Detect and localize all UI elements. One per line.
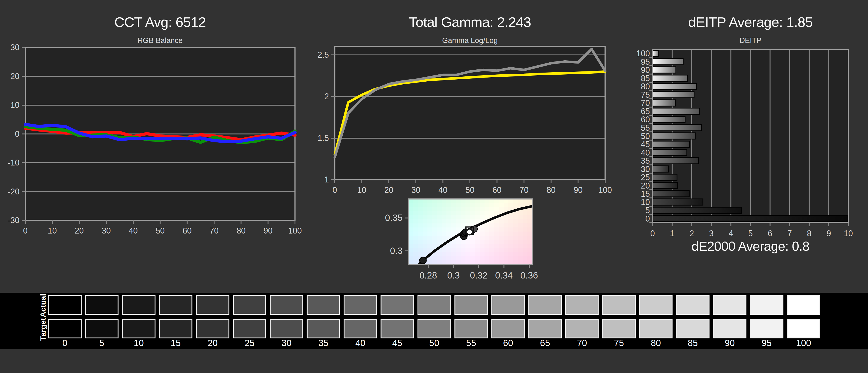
svg-text:40: 40 [641,148,650,157]
target-swatch-5 [86,319,118,338]
svg-text:50: 50 [641,131,650,141]
actual-swatch-15 [159,296,192,314]
target-swatch-0 [49,319,81,338]
target-swatch-75 [602,319,635,338]
grayscale-ramp-strip: 0510152025303540455055606570758085909510… [0,293,868,349]
target-swatch-15 [159,319,192,338]
svg-text:0: 0 [645,214,650,223]
svg-text:2: 2 [324,92,329,101]
deitp-bar-chart: 1009590858075706560555045403530252015105… [636,49,853,238]
reference-white-circle [467,229,472,235]
svg-text:25: 25 [245,338,255,348]
svg-text:35: 35 [641,156,650,165]
measured-white-point-dot [420,257,426,264]
deitp-bar-5 [653,207,741,213]
target-swatch-65 [529,319,561,338]
svg-text:80: 80 [641,82,650,91]
svg-text:0.35: 0.35 [385,213,403,223]
svg-text:0: 0 [650,229,655,238]
svg-text:1: 1 [324,175,329,184]
target-swatch-40 [344,319,377,338]
svg-text:90: 90 [264,226,273,235]
deitp-bar-45 [653,141,689,147]
svg-text:40: 40 [129,226,138,235]
deitp-bar-30 [653,166,668,172]
actual-swatch-75 [602,296,635,314]
target-swatch-85 [677,319,709,338]
calibration-report: 3020100-10-20-3001020304050607080901002.… [0,0,868,373]
gamma-loglog-subtitle: Gamma Log/Log [323,36,617,45]
actual-swatch-90 [713,296,746,314]
deitp-bar-85 [653,75,687,82]
svg-text:0: 0 [333,185,337,195]
deitp-bar-15 [653,191,689,197]
svg-text:20: 20 [10,72,20,81]
svg-text:90: 90 [725,338,735,348]
deitp-bar-70 [653,100,675,106]
actual-swatch-30 [270,296,303,314]
svg-text:5: 5 [748,229,753,238]
deitp-bar-10 [653,199,703,205]
deitp-bar-90 [653,67,676,73]
target-swatch-30 [270,319,303,338]
svg-text:20: 20 [208,338,218,348]
svg-text:50: 50 [465,185,474,195]
actual-swatch-50 [418,296,451,314]
actual-swatch-65 [529,296,561,314]
svg-text:25: 25 [641,173,650,182]
svg-text:55: 55 [641,123,650,132]
svg-text:35: 35 [318,338,329,348]
deitp-bar-0 [653,215,848,222]
svg-text:70: 70 [210,226,219,235]
target-swatch-100 [787,319,820,338]
actual-swatch-40 [344,296,377,314]
svg-text:15: 15 [170,338,181,348]
actual-swatch-55 [455,296,487,314]
svg-text:45: 45 [392,338,402,348]
svg-text:90: 90 [574,185,583,195]
svg-text:90: 90 [641,65,650,74]
target-swatch-80 [640,319,672,338]
actual-swatch-10 [123,296,155,314]
target-swatch-10 [123,319,155,338]
deitp-bar-95 [653,59,683,65]
svg-text:60: 60 [503,338,513,348]
deitp-bar-40 [653,149,687,156]
svg-text:1: 1 [670,229,675,238]
svg-text:0: 0 [15,129,20,138]
actual-swatch-70 [566,296,598,314]
target-swatch-25 [233,319,266,338]
svg-text:65: 65 [641,107,650,116]
ramp-row-label-target: Target [39,314,48,345]
target-swatch-90 [713,319,746,338]
svg-text:2.5: 2.5 [318,50,329,59]
svg-text:30: 30 [411,185,421,195]
target-swatch-20 [196,319,229,338]
svg-text:6: 6 [768,229,772,238]
actual-swatch-25 [233,296,266,314]
svg-text:4: 4 [728,229,733,238]
svg-text:30: 30 [281,338,291,348]
svg-text:10: 10 [641,197,650,207]
actual-swatch-45 [381,296,414,314]
svg-text:10: 10 [134,338,144,348]
svg-text:85: 85 [688,338,698,348]
svg-text:50: 50 [156,226,164,235]
target-swatch-60 [492,319,524,338]
svg-text:15: 15 [641,189,650,198]
deitp-bar-60 [653,117,685,123]
target-swatch-95 [750,319,783,338]
svg-text:5: 5 [645,206,650,215]
svg-text:10: 10 [10,100,20,110]
deitp-bar-65 [653,108,700,114]
actual-swatch-20 [196,296,229,314]
actual-swatch-60 [492,296,524,314]
svg-text:95: 95 [762,338,772,348]
svg-text:60: 60 [183,226,192,235]
cct-average-title: CCT Avg: 6512 [13,14,307,30]
svg-text:55: 55 [466,338,476,348]
svg-text:100: 100 [636,49,650,58]
svg-text:0.36: 0.36 [520,270,538,280]
deitp-bar-75 [653,92,694,98]
svg-text:-20: -20 [8,187,20,196]
